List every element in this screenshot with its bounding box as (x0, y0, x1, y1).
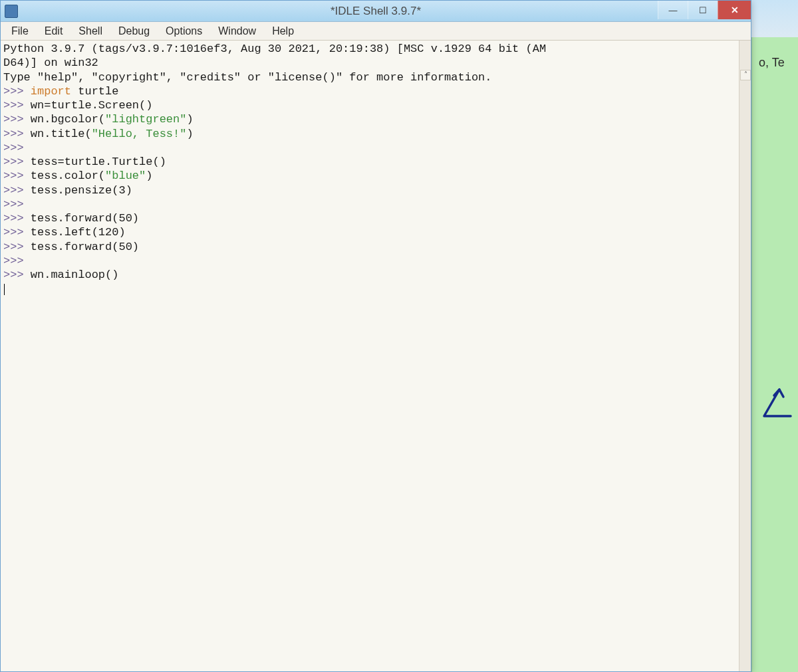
menu-options[interactable]: Options (158, 24, 210, 39)
menu-edit[interactable]: Edit (37, 24, 71, 39)
code-text: tess.color( (31, 169, 105, 182)
prompt: >>> (3, 241, 31, 253)
prompt: >>> (3, 198, 31, 211)
string-literal: "blue" (105, 169, 146, 182)
prompt: >>> (3, 226, 31, 239)
code-text: ) (186, 128, 193, 140)
text-cursor (4, 284, 5, 295)
prompt: >>> (3, 156, 31, 168)
code-text: tess.forward(50) (31, 241, 139, 253)
window-title: *IDLE Shell 3.9.7* (331, 5, 421, 18)
menu-help[interactable]: Help (264, 24, 302, 39)
titlebar[interactable]: *IDLE Shell 3.9.7* — ☐ ✕ (1, 1, 751, 22)
prompt: >>> (3, 184, 31, 197)
prompt: >>> (3, 142, 31, 154)
prompt: >>> (3, 85, 31, 98)
menubar: File Edit Shell Debug Options Window Hel… (1, 22, 751, 41)
prompt: >>> (3, 212, 31, 225)
code-text: wn.title( (31, 128, 92, 140)
turtle-title-fragment: o, Te (759, 56, 785, 70)
keyword-import: import (31, 85, 71, 98)
code-text: tess.forward(50) (31, 212, 139, 225)
code-text: ) (146, 169, 152, 182)
string-literal: "lightgreen" (105, 113, 186, 126)
code-text: wn.bgcolor( (31, 113, 105, 126)
prompt: >>> (3, 113, 31, 126)
desktop-strip-top (751, 0, 798, 37)
turtle-drawing (754, 366, 794, 419)
prompt: >>> (3, 169, 31, 182)
window-controls: — ☐ ✕ (658, 1, 751, 21)
code-text: wn.mainloop() (31, 269, 119, 281)
string-literal: "Hello, Tess!" (92, 128, 187, 140)
menu-file[interactable]: File (3, 24, 37, 39)
menu-window[interactable]: Window (210, 24, 264, 39)
prompt: >>> (3, 99, 31, 112)
code-text: wn=turtle.Screen() (31, 99, 153, 112)
prompt: >>> (3, 255, 31, 267)
idle-shell-window: *IDLE Shell 3.9.7* — ☐ ✕ File Edit Shell… (0, 0, 751, 672)
prompt: >>> (3, 269, 31, 281)
minimize-button[interactable]: — (658, 1, 688, 19)
banner-line-1: Python 3.9.7 (tags/v3.9.7:1016ef3, Aug 3… (3, 43, 546, 55)
prompt: >>> (3, 128, 31, 140)
menu-debug[interactable]: Debug (110, 24, 158, 39)
scroll-up-icon[interactable]: ˄ (740, 70, 751, 80)
maximize-button[interactable]: ☐ (688, 1, 718, 19)
turtle-window-fragment: o, Te (751, 37, 798, 672)
shell-text-area[interactable]: Python 3.9.7 (tags/v3.9.7:1016ef3, Aug 3… (1, 41, 751, 671)
banner-line-2: D64)] on win32 (3, 56, 98, 69)
code-text: turtle (71, 85, 118, 98)
code-text: tess.left(120) (31, 226, 126, 239)
banner-line-3: Type "help", "copyright", "credits" or "… (3, 71, 492, 84)
close-button[interactable]: ✕ (718, 1, 751, 19)
app-icon (5, 5, 18, 18)
code-text: tess.pensize(3) (31, 184, 132, 197)
code-text: ) (186, 113, 193, 126)
code-text: tess=turtle.Turtle() (31, 156, 166, 168)
menu-shell[interactable]: Shell (70, 24, 110, 39)
vertical-scrollbar[interactable]: ˄ (739, 41, 751, 671)
